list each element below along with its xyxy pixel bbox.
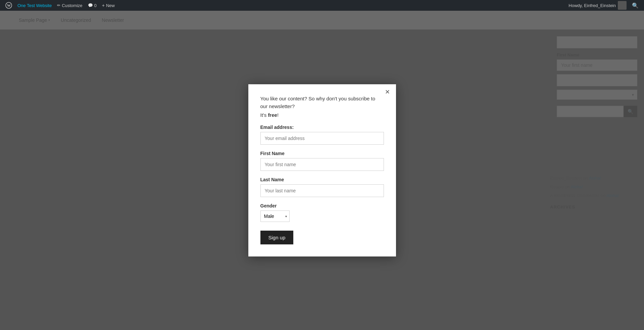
svg-text:W: W [7, 3, 11, 7]
modal-overlay[interactable]: ✕ You like our content? So why don't you… [0, 11, 644, 330]
email-form-group: Email address: [260, 125, 384, 145]
comments-link[interactable]: 💬 0 [85, 0, 99, 11]
close-icon: ✕ [385, 89, 390, 95]
email-input[interactable] [260, 132, 384, 145]
modal-free-line: It's free! [260, 112, 384, 118]
gender-form-group: Gender Male Female ▾ [260, 203, 384, 222]
newsletter-modal: ✕ You like our content? So why don't you… [248, 84, 396, 256]
gender-select-wrapper: Male Female ▾ [260, 210, 290, 222]
avatar [618, 1, 627, 10]
gender-label: Gender [260, 203, 384, 208]
last-name-label: Last Name [260, 177, 384, 182]
free-suffix: ! [277, 112, 279, 118]
wp-logo-item[interactable]: W [3, 0, 15, 11]
new-content-link[interactable]: + New [99, 0, 117, 11]
admin-bar: W One Test Website ✏ Customize 💬 0 + New… [0, 0, 644, 11]
howdy-label: Howdy, Einfred_Einstein [568, 3, 616, 8]
comments-count: 0 [94, 3, 97, 8]
site-name-link[interactable]: One Test Website [15, 0, 54, 11]
last-name-input[interactable] [260, 184, 384, 197]
modal-close-button[interactable]: ✕ [384, 88, 391, 96]
first-name-input[interactable] [260, 158, 384, 171]
page-wrapper: Sample Page ▾ Uncategorized Newsletter F… [0, 11, 644, 330]
site-name-text: One Test Website [17, 3, 52, 8]
gender-select[interactable]: Male Female [260, 210, 290, 222]
free-word: free [268, 112, 277, 118]
modal-headline: You like our content? So why don't you s… [260, 95, 384, 110]
email-label: Email address: [260, 125, 384, 130]
admin-bar-right: Howdy, Einfred_Einstein 🔍 [566, 0, 641, 11]
last-name-form-group: Last Name [260, 177, 384, 197]
first-name-form-group: First Name [260, 151, 384, 171]
signup-button[interactable]: Sign up [260, 231, 294, 244]
admin-search-icon[interactable]: 🔍 [629, 0, 641, 11]
first-name-label: First Name [260, 151, 384, 156]
wp-logo-icon: W [5, 2, 12, 9]
signup-label: Sign up [268, 235, 286, 240]
free-prefix: It's [260, 112, 268, 118]
customize-label: Customize [62, 3, 82, 8]
new-label: New [106, 3, 115, 8]
customize-link[interactable]: ✏ Customize [54, 0, 85, 11]
howdy-text: Howdy, Einfred_Einstein [566, 1, 629, 10]
